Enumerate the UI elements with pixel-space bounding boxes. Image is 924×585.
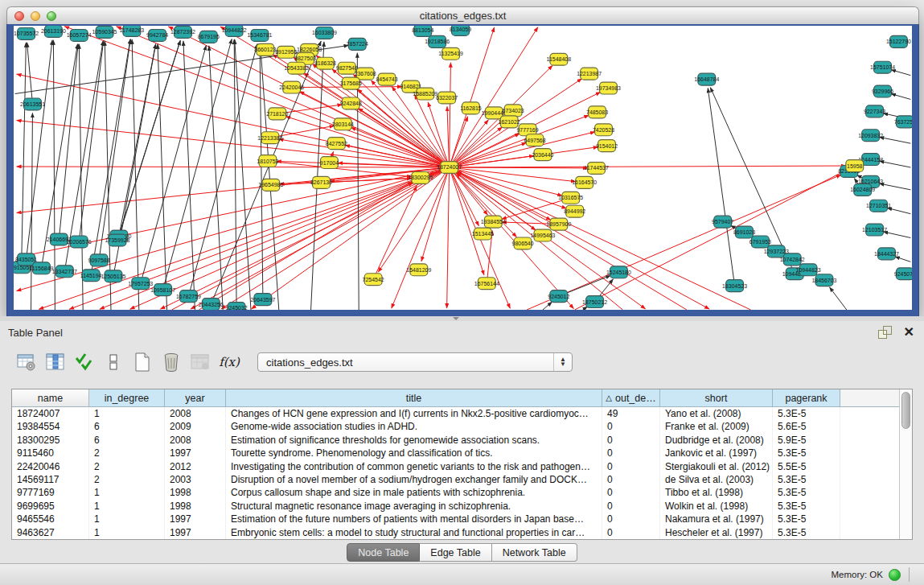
column-header-name[interactable]: name	[12, 389, 89, 407]
node-label: 16782759	[176, 294, 201, 299]
selected-edge	[252, 167, 450, 309]
selected-edge	[502, 198, 571, 220]
node-label: 18304523	[722, 283, 747, 289]
node-label: 10958107	[150, 287, 175, 293]
float-panel-icon[interactable]	[878, 326, 893, 339]
node-label: 9579407	[712, 219, 733, 225]
cell-name: 22420046	[12, 460, 89, 473]
edge	[158, 44, 167, 310]
select-all-icon[interactable]	[72, 350, 97, 374]
table-row[interactable]: 977716911998Corpus callosum shape and si…	[12, 486, 899, 499]
selected-edge	[450, 166, 846, 167]
edge	[895, 257, 910, 262]
close-panel-icon[interactable]: ✕	[904, 326, 914, 339]
clear-selection-icon[interactable]	[101, 350, 125, 374]
node-label: 10543382	[284, 65, 309, 71]
cell-pagerank: 5.6E-5	[773, 420, 840, 433]
node-label: 12872392	[170, 29, 195, 35]
node-label: 9777169	[517, 127, 539, 133]
table-selector-dropdown[interactable]: citations_edges.txt ▲▼	[257, 352, 573, 372]
cell-year: 1998	[165, 486, 226, 499]
table-tabs: Node TableEdge TableNetwork Table	[0, 543, 924, 562]
column-header-year[interactable]: year	[165, 389, 226, 407]
table-scrollbar[interactable]	[899, 389, 912, 539]
column-header-out_degree[interactable]: △out_de…	[602, 389, 660, 407]
cell-out_degree: 0	[602, 486, 660, 499]
node-label: 9245078	[894, 271, 912, 277]
node-label: 10590345	[92, 29, 117, 35]
node-label: 12213383	[257, 135, 282, 141]
table-row[interactable]: 969969511998Structural magnetic resonanc…	[12, 500, 899, 513]
scrollbar-thumb[interactable]	[901, 392, 910, 429]
function-builder-icon[interactable]: f(x)	[217, 350, 241, 374]
table-panel: Table Panel ✕ f(x) citations_edges.t	[0, 321, 924, 563]
node-label: 16648784	[694, 76, 719, 82]
cell-title: Estimation of the future numbers of pati…	[226, 513, 602, 525]
cell-out_degree: 0	[602, 526, 660, 539]
column-header-pagerank[interactable]: pagerank	[773, 389, 840, 407]
table-row[interactable]: 1456911722003Disruption of a novel membe…	[12, 473, 899, 486]
node-label: 7637253	[894, 119, 912, 125]
column-header-title[interactable]: title	[226, 389, 602, 407]
table-row[interactable]: 946362711997Embryonic stem cells: a mode…	[12, 526, 899, 539]
delete-table-icon	[188, 350, 212, 374]
dropdown-arrows-icon: ▲▼	[553, 353, 572, 371]
node-label: 8186328	[314, 60, 336, 66]
edge	[183, 41, 195, 310]
tab-network-table[interactable]: Network Table	[492, 543, 577, 562]
node-label: 11156849	[30, 266, 54, 271]
node-label: 6497568	[524, 138, 545, 143]
node-label: 8912955	[275, 49, 297, 55]
table-row[interactable]: 1938455462009Genome-wide association stu…	[12, 420, 899, 433]
tab-node-table[interactable]: Node Table	[347, 543, 420, 562]
cell-pagerank: 5.3E-5	[773, 407, 840, 420]
delete-icon[interactable]	[159, 350, 183, 374]
selected-edge	[160, 167, 449, 309]
node-label: 16164570	[572, 179, 597, 185]
edge	[543, 302, 552, 310]
node-label: 18300295	[408, 175, 433, 180]
selected-edge	[447, 167, 450, 308]
edge	[79, 41, 103, 242]
table-panel-title: Table Panel	[8, 327, 63, 339]
table-row[interactable]: 1872400712008Changes of HCN gene express…	[12, 407, 899, 420]
node-label: 18724007	[437, 164, 462, 170]
node-label: 17359928	[105, 237, 129, 243]
node-label: 17957253	[128, 281, 153, 286]
cell-title: Investigating the contribution of common…	[226, 460, 602, 473]
node-label: 11748283	[120, 27, 145, 33]
network-window-titlebar[interactable]: citations_edges.txt	[6, 6, 919, 26]
node-label: 18957900	[546, 221, 571, 227]
edge	[261, 44, 279, 310]
memory-ok-icon[interactable]	[889, 569, 901, 581]
show-column-icon[interactable]	[43, 350, 68, 374]
node-table-grid[interactable]: namein_degreeyeartitle△out_de…shortpager…	[12, 389, 899, 539]
node-label: 10735572	[14, 31, 39, 36]
table-row[interactable]: 946554611997Estimation of the future num…	[12, 513, 899, 525]
edge	[883, 232, 910, 238]
table-panel-header: Table Panel ✕	[0, 321, 924, 344]
node-label: 9827548	[336, 65, 358, 71]
cell-in_degree: 6	[89, 420, 165, 433]
cell-short: Stergiakouli et al. (2012)	[660, 460, 773, 473]
table-settings-icon[interactable]	[14, 350, 39, 374]
node-label: 7254542	[363, 277, 384, 282]
node-label: 3175685	[340, 80, 362, 86]
node-label: 15346781	[247, 32, 272, 38]
table-row[interactable]: 911546021997Tourette syndrome. Phenomeno…	[12, 447, 899, 459]
selected-edge	[279, 139, 450, 167]
column-header-short[interactable]: short	[660, 389, 773, 407]
new-document-icon[interactable]	[130, 350, 154, 374]
cell-short: de Silva et al. (2003)	[660, 473, 773, 486]
divider-handle-icon[interactable]	[453, 317, 459, 320]
cell-short: Franke et al. (2009)	[660, 420, 773, 433]
table-row[interactable]: 2242004622012Investigating the contribut…	[12, 460, 899, 473]
node-label: 15122790	[886, 39, 911, 44]
tab-edge-table[interactable]: Edge Table	[420, 543, 491, 562]
node-label: 7420528	[593, 127, 614, 133]
column-header-in_degree[interactable]: in_degree	[89, 389, 165, 407]
network-canvas[interactable]: 1073557220613190160572741059034511748283…	[14, 26, 912, 310]
selected-edge	[199, 183, 413, 310]
cell-in_degree: 6	[89, 434, 165, 447]
table-row[interactable]: 1830029562008Estimation of significance …	[12, 434, 899, 447]
